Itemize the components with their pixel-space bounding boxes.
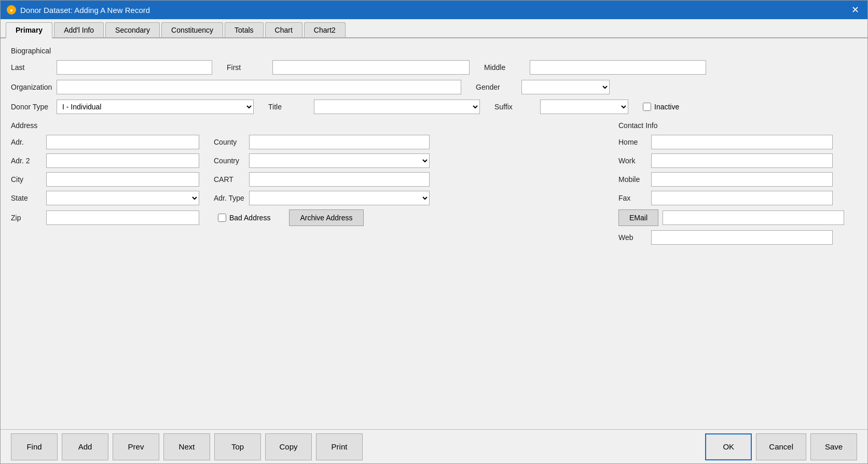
title-label: Title [268, 103, 310, 111]
home-label: Home [618, 138, 647, 146]
county-input[interactable] [249, 135, 430, 149]
print-button[interactable]: Print [316, 433, 363, 460]
title-bar-left: ● Donor Dataset: Adding A New Record [7, 5, 150, 15]
web-row: Web [618, 230, 857, 245]
bottom-right-buttons: OK Cancel Save [705, 433, 857, 460]
top-button[interactable]: Top [214, 433, 261, 460]
home-input[interactable] [651, 135, 833, 149]
adr2-country-row: Adr. 2 Country [11, 153, 610, 168]
cart-input[interactable] [249, 172, 430, 187]
close-button[interactable]: ✕ [849, 5, 861, 15]
gender-label: Gender [476, 83, 517, 91]
state-select[interactable] [46, 191, 199, 205]
donor-type-row: Donor Type I - Individual O - Organizati… [11, 100, 857, 114]
middle-label: Middle [484, 63, 526, 72]
address-section: Address Adr. County Adr. 2 Country [11, 121, 610, 249]
home-row: Home [618, 135, 857, 149]
zip-input[interactable] [46, 210, 199, 225]
zip-label: Zip [11, 214, 42, 222]
main-window: ● Donor Dataset: Adding A New Record ✕ P… [0, 0, 868, 464]
county-label: County [214, 138, 245, 146]
donor-type-select[interactable]: I - Individual O - Organization F - Foun… [57, 100, 254, 114]
prev-button[interactable]: Prev [113, 433, 159, 460]
adr2-input[interactable] [46, 153, 199, 168]
fax-input[interactable] [651, 191, 833, 205]
bad-address-wrapper: Bad Address [218, 214, 270, 222]
gender-select[interactable]: Male Female Other [521, 80, 610, 94]
window-title: Donor Dataset: Adding A New Record [20, 6, 150, 15]
zip-badaddr-row: Zip Bad Address Archive Address [11, 209, 610, 226]
contact-section-label: Contact Info [618, 121, 857, 130]
next-button[interactable]: Next [163, 433, 210, 460]
tab-addl-info[interactable]: Add'l Info [54, 22, 104, 37]
ok-button[interactable]: OK [705, 433, 752, 460]
email-button[interactable]: EMail [618, 209, 658, 226]
name-row: Last First Middle [11, 60, 857, 75]
state-label: State [11, 194, 42, 202]
biographical-section: Biographical Last First Middle Organizat… [11, 47, 857, 114]
biographical-label: Biographical [11, 47, 857, 55]
inactive-wrapper: Inactive [643, 103, 679, 111]
bottom-bar: Find Add Prev Next Top Copy Print OK Can… [1, 429, 867, 463]
cart-label: CART [214, 175, 245, 184]
city-cart-row: City CART [11, 172, 610, 187]
org-row: Organization Gender Male Female Other [11, 80, 857, 94]
adr-input[interactable] [46, 135, 199, 149]
bottom-left-buttons: Find Add Prev Next Top Copy Print [11, 433, 705, 460]
tab-bar: Primary Add'l Info Secondary Constituenc… [1, 19, 867, 38]
adr-county-row: Adr. County [11, 135, 610, 149]
contact-section: Contact Info Home Work Mobile [618, 121, 857, 249]
inactive-checkbox[interactable] [643, 103, 651, 111]
add-button[interactable]: Add [62, 433, 108, 460]
adr-type-select[interactable] [249, 191, 430, 205]
first-label: First [227, 63, 268, 72]
mobile-row: Mobile [618, 172, 857, 187]
fax-label: Fax [618, 194, 647, 202]
web-input[interactable] [651, 230, 833, 245]
main-content: Biographical Last First Middle Organizat… [1, 38, 867, 429]
city-label: City [11, 175, 42, 184]
last-label: Last [11, 63, 52, 72]
address-contact-area: Address Adr. County Adr. 2 Country [11, 121, 857, 249]
inactive-label: Inactive [654, 103, 679, 111]
city-input[interactable] [46, 172, 199, 187]
bad-address-checkbox[interactable] [218, 214, 226, 222]
tab-constituency[interactable]: Constituency [161, 22, 223, 37]
country-select[interactable] [249, 153, 430, 168]
last-input[interactable] [57, 60, 212, 75]
org-label: Organization [11, 83, 52, 91]
bad-address-label: Bad Address [229, 214, 270, 222]
tab-secondary[interactable]: Secondary [105, 22, 160, 37]
app-icon: ● [7, 5, 16, 15]
copy-button[interactable]: Copy [265, 433, 312, 460]
mobile-label: Mobile [618, 175, 647, 184]
organization-input[interactable] [57, 80, 461, 94]
donor-type-label: Donor Type [11, 103, 52, 111]
adr-type-label: Adr. Type [214, 194, 245, 202]
email-row: EMail [618, 209, 857, 226]
title-bar: ● Donor Dataset: Adding A New Record ✕ [1, 1, 867, 19]
first-input[interactable] [272, 60, 470, 75]
email-input[interactable] [663, 210, 844, 225]
tab-chart2[interactable]: Chart2 [304, 22, 346, 37]
middle-input[interactable] [530, 60, 706, 75]
web-label: Web [618, 233, 647, 242]
save-button[interactable]: Save [810, 433, 857, 460]
suffix-label: Suffix [494, 103, 536, 111]
tab-primary[interactable]: Primary [6, 22, 52, 38]
work-input[interactable] [651, 153, 833, 168]
state-adrtype-row: State Adr. Type [11, 191, 610, 205]
work-label: Work [618, 157, 647, 165]
tab-totals[interactable]: Totals [225, 22, 264, 37]
title-select[interactable]: Mr. Mrs. Ms. Dr. Rev. [314, 100, 480, 114]
suffix-select[interactable]: Jr. Sr. II III [540, 100, 628, 114]
tab-chart[interactable]: Chart [265, 22, 302, 37]
fax-row: Fax [618, 191, 857, 205]
archive-address-button[interactable]: Archive Address [289, 209, 363, 226]
mobile-input[interactable] [651, 172, 833, 187]
cancel-button[interactable]: Cancel [756, 433, 806, 460]
find-button[interactable]: Find [11, 433, 58, 460]
country-label: Country [214, 157, 245, 165]
adr2-label: Adr. 2 [11, 157, 42, 165]
address-section-label: Address [11, 121, 610, 130]
